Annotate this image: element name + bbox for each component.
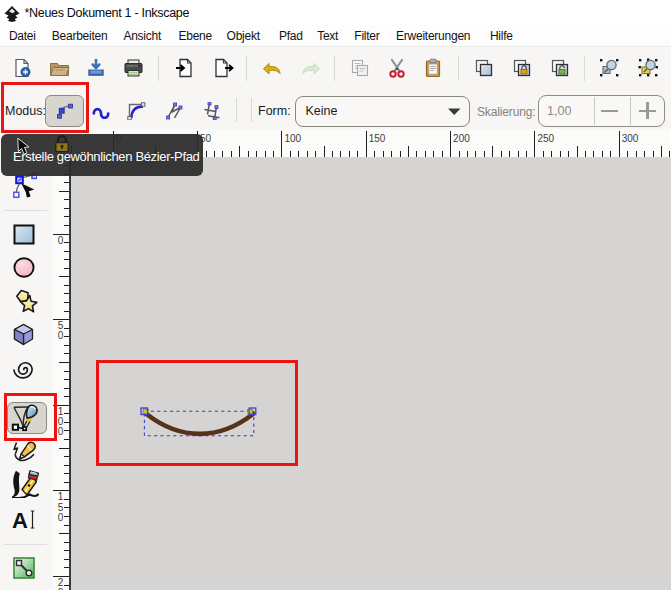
svg-text:250: 250 xyxy=(537,133,554,144)
svg-text:0: 0 xyxy=(58,512,64,523)
svg-text:0: 0 xyxy=(58,330,64,341)
svg-text:150: 150 xyxy=(369,133,386,144)
svg-text:0: 0 xyxy=(58,426,64,437)
svg-text:200: 200 xyxy=(453,133,470,144)
svg-text:100: 100 xyxy=(284,133,301,144)
svg-text:300: 300 xyxy=(622,133,639,144)
svg-text:A: A xyxy=(12,508,28,532)
svg-text:0: 0 xyxy=(58,235,64,246)
